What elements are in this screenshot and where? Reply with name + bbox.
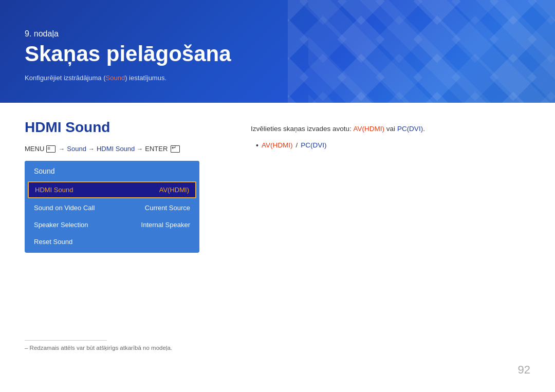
- menu-item-hdmi-sound[interactable]: HDMI Sound AV(HDMI): [28, 181, 196, 198]
- section-title: HDMI Sound: [25, 119, 220, 136]
- subtitle-highlight: Sound: [106, 74, 125, 82]
- highlight-av: AV(HDMI): [354, 125, 385, 133]
- header-subtitle: Konfigurējiet izstrādājuma (Sound) iesta…: [25, 74, 530, 82]
- menu-label: MENU: [25, 145, 44, 153]
- highlight-pc: PC(DVI): [397, 125, 423, 133]
- page-title: Skaņas pielāgošana: [25, 42, 530, 66]
- subtitle-suffix: ) iestatījumus.: [125, 74, 166, 82]
- path-sound: Sound: [67, 145, 86, 153]
- right-column: Izvēlieties skaņas izvades avotu: AV(HDM…: [251, 119, 530, 253]
- chapter-label: 9. nodaļa: [25, 29, 530, 39]
- item-value-hdmi: AV(HDMI): [159, 186, 189, 194]
- path-hdmi: HDMI Sound: [97, 145, 135, 153]
- main-content: HDMI Sound MENU → Sound → HDMI Sound → E…: [0, 103, 555, 263]
- item-label-reset: Reset Sound: [34, 238, 72, 246]
- desc-prefix: Izvēlieties skaņas izvades avotu:: [251, 125, 354, 133]
- list-item-av-pc: AV(HDMI) / PC(DVI): [256, 140, 530, 151]
- arrow-1: →: [59, 145, 65, 153]
- arrow-3: →: [137, 145, 143, 153]
- item-label-speaker: Speaker Selection: [34, 221, 88, 229]
- subtitle-prefix: Konfigurējiet izstrādājuma (: [25, 74, 106, 82]
- bullet-av: AV(HDMI): [262, 141, 293, 149]
- menu-item-video-call[interactable]: Sound on Video Call Current Source: [25, 199, 199, 216]
- enter-icon: [171, 145, 180, 153]
- menu-path: MENU → Sound → HDMI Sound → ENTER: [25, 145, 220, 153]
- bullet-separator: /: [295, 141, 298, 149]
- footer-note: – Redzamais attēls var būt atšķirīgs atk…: [25, 340, 530, 351]
- enter-label: ENTER: [145, 145, 168, 153]
- left-column: HDMI Sound MENU → Sound → HDMI Sound → E…: [25, 119, 220, 253]
- desc-mid: vai: [384, 125, 397, 133]
- bullet-pc: PC(DVI): [301, 141, 326, 149]
- menu-icon: [46, 145, 55, 153]
- header-banner: 9. nodaļa Skaņas pielāgošana Konfigurēji…: [0, 0, 555, 103]
- right-description: Izvēlieties skaņas izvades avotu: AV(HDM…: [251, 123, 530, 135]
- page-number: 92: [518, 363, 530, 377]
- sound-menu-box: Sound HDMI Sound AV(HDMI) Sound on Video…: [25, 161, 199, 253]
- footer-divider: [25, 340, 107, 341]
- item-label-video-call: Sound on Video Call: [34, 204, 95, 212]
- menu-item-speaker[interactable]: Speaker Selection Internal Speaker: [25, 216, 199, 233]
- desc-suffix: .: [423, 125, 425, 133]
- footer-text: – Redzamais attēls var būt atšķirīgs atk…: [25, 345, 530, 351]
- sound-menu-header: Sound: [25, 161, 199, 180]
- item-value-speaker: Internal Speaker: [141, 221, 190, 229]
- item-label-hdmi: HDMI Sound: [35, 186, 73, 194]
- bullet-list: AV(HDMI) / PC(DVI): [251, 140, 530, 151]
- item-value-video-call: Current Source: [145, 204, 190, 212]
- menu-item-reset[interactable]: Reset Sound: [25, 233, 199, 253]
- arrow-2: →: [88, 145, 95, 153]
